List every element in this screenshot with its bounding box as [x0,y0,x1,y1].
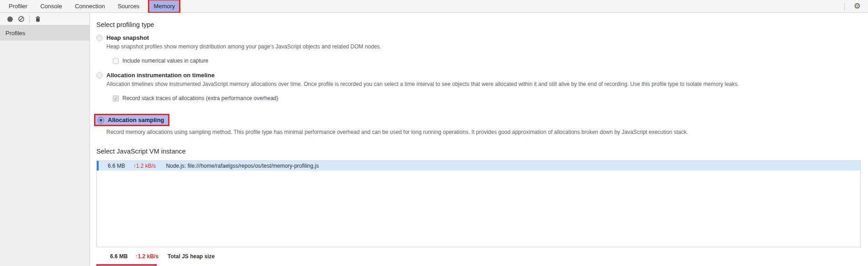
vm-instance-row[interactable]: 6.6 MB ↑1.2 kB/s Node.js: file:///home/r… [97,161,860,170]
allocation-timeline-label: Allocation instrumentation on timeline [106,72,215,79]
allocation-timeline-radio-row[interactable]: Allocation instrumentation on timeline [96,72,861,79]
option-allocation-timeline: Allocation instrumentation on timeline A… [96,72,861,101]
total-heap-rate-value: ↑1.2 kB/s [135,253,158,260]
action-buttons-row: Start Load [96,264,861,266]
total-heap-size-value: 6.6 MB [110,253,128,260]
tab-memory[interactable]: Memory [149,0,179,12]
allocation-sampling-annotation-box: Allocation sampling [94,114,169,126]
include-numerical-values-label: Include numerical values in capture [122,58,208,64]
profiler-toolbar [0,13,89,26]
record-stack-traces-label: Record stack traces of allocations (extr… [122,95,279,101]
heap-snapshot-radio[interactable] [96,35,103,41]
tabbar-separator [844,3,845,10]
allocation-sampling-radio[interactable] [98,117,104,123]
heap-snapshot-radio-row[interactable]: Heap snapshot [96,34,861,41]
profiles-panel-header: Profiles [0,26,89,41]
tab-console[interactable]: Console [36,0,66,12]
vm-instance-list: 6.6 MB ↑1.2 kB/s Node.js: file:///home/r… [96,160,861,247]
memory-panel-content: Select profiling type Heap snapshot Heap… [90,13,868,266]
trash-icon [35,16,41,22]
option-allocation-sampling: Allocation sampling Record memory alloca… [96,109,861,136]
record-stack-traces-checkbox[interactable]: ✓ [113,96,119,101]
clear-profiles-button[interactable] [16,14,26,25]
vm-heap-size: 6.6 MB [108,163,125,169]
devtools-tab-bar: Profiler Console Connection Sources Memo… [0,0,868,13]
block-icon [18,16,25,22]
delete-profile-button[interactable] [32,14,43,25]
devtools-window: Profiler Console Connection Sources Memo… [0,0,868,266]
allocation-sampling-label[interactable]: Allocation sampling [108,117,164,123]
heap-snapshot-label: Heap snapshot [106,34,149,41]
allocation-timeline-radio[interactable] [96,72,103,79]
start-button-annotation-box: Start [96,264,157,266]
record-icon [7,16,13,22]
toolbar-separator [29,16,30,23]
heap-snapshot-description: Heap snapshot profiles show memory distr… [106,43,861,50]
total-heap-info: 6.6 MB ↑1.2 kB/s Total JS heap size [110,253,861,260]
record-stack-traces-row: ✓ Record stack traces of allocations (ex… [113,95,861,101]
vm-instance-name: Node.js: file:///home/rafaelgss/repos/os… [166,163,319,169]
total-heap-size-label: Total JS heap size [168,253,215,260]
settings-gear-icon[interactable]: ⚙ [851,1,863,11]
profiles-sidebar: Profiles [0,13,90,266]
record-profile-button[interactable] [5,14,16,25]
vm-allocation-rate: ↑1.2 kB/s [133,163,156,169]
tabbar-right-group: ⚙ [844,1,863,11]
allocation-timeline-description: Allocation timelines show instrumented J… [106,81,861,88]
vm-instance-heading: Select JavaScript VM instance [96,148,861,155]
allocation-sampling-description: Record memory allocations using sampling… [106,129,861,136]
tab-profiler[interactable]: Profiler [5,0,32,12]
include-numerical-values-row[interactable]: Include numerical values in capture [113,58,861,64]
memory-tab-annotation-box: Memory [148,0,180,13]
include-numerical-values-checkbox[interactable] [113,58,119,64]
tab-connection[interactable]: Connection [71,0,109,12]
tab-sources[interactable]: Sources [114,0,144,12]
option-heap-snapshot: Heap snapshot Heap snapshot profiles sho… [96,34,861,64]
profiling-type-heading: Select profiling type [96,21,861,28]
